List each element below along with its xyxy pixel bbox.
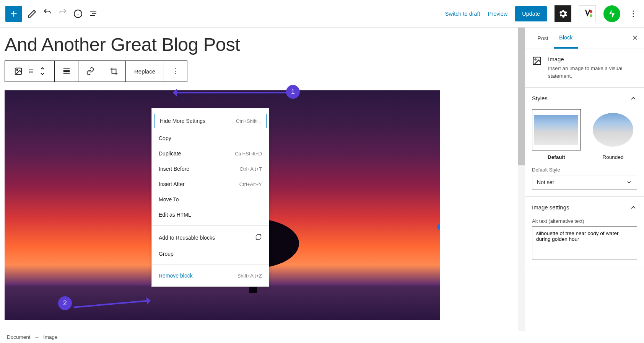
crop-icon bbox=[110, 67, 118, 75]
menu-group[interactable]: Group bbox=[152, 246, 269, 261]
main-area: And Another Great Blog Post Replace bbox=[0, 28, 644, 343]
breadcrumb-current[interactable]: Image bbox=[43, 334, 58, 340]
menu-label: Copy bbox=[159, 135, 171, 141]
style-default[interactable]: Default bbox=[532, 109, 581, 160]
svg-point-15 bbox=[29, 69, 31, 70]
menu-insert-after[interactable]: Insert After Ctrl+Alt+Y bbox=[152, 176, 269, 192]
crop-cell[interactable] bbox=[102, 61, 126, 82]
style-options: Default Rounded bbox=[532, 109, 637, 160]
top-toolbar: Switch to draft Preview Update bbox=[0, 0, 644, 28]
block-title: Image bbox=[548, 56, 637, 62]
menu-duplicate[interactable]: Duplicate Ctrl+Shift+D bbox=[152, 146, 269, 161]
jetpack-button[interactable] bbox=[603, 5, 620, 22]
more-options-icon[interactable] bbox=[628, 8, 639, 19]
style-label: Rounded bbox=[589, 154, 637, 160]
yoast-button[interactable] bbox=[579, 5, 596, 22]
styles-panel: Styles Default Rounded Default Style bbox=[525, 88, 644, 197]
link-cell[interactable] bbox=[78, 61, 102, 82]
menu-shortcut: Ctrl+Alt+T bbox=[239, 166, 262, 172]
default-style-label: Default Style bbox=[532, 167, 637, 173]
close-sidebar-icon[interactable]: ✕ bbox=[632, 34, 638, 42]
sidebar: Post Block ✕ Image Insert an image to ma… bbox=[525, 28, 644, 343]
settings-button[interactable] bbox=[555, 5, 571, 22]
post-title[interactable]: And Another Great Blog Post bbox=[5, 34, 520, 55]
image-settings-panel: Image settings Alt text (alternative tex… bbox=[525, 197, 644, 268]
scrollbar-thumb[interactable] bbox=[518, 28, 525, 165]
panel-title: Image settings bbox=[532, 204, 569, 211]
replace-button[interactable]: Replace bbox=[126, 61, 164, 82]
menu-label: Add to Reusable blocks bbox=[159, 235, 215, 241]
link-icon bbox=[86, 67, 94, 75]
svg-point-19 bbox=[29, 72, 31, 74]
styles-panel-header[interactable]: Styles bbox=[525, 88, 644, 109]
menu-move-to[interactable]: Move To bbox=[152, 192, 269, 207]
editor-scrollbar[interactable] bbox=[518, 28, 525, 343]
svg-point-24 bbox=[175, 68, 176, 69]
tab-block[interactable]: Block bbox=[554, 28, 578, 49]
info-icon[interactable] bbox=[73, 8, 83, 19]
add-block-button[interactable] bbox=[5, 6, 22, 22]
image-settings-header[interactable]: Image settings bbox=[525, 197, 644, 218]
tab-post[interactable]: Post bbox=[532, 28, 554, 49]
svg-point-9 bbox=[590, 14, 592, 17]
annotation-arrow-1 bbox=[174, 92, 293, 93]
sidebar-tabs: Post Block ✕ bbox=[525, 28, 644, 49]
menu-remove-block[interactable]: Remove block Shift+Alt+Z bbox=[152, 268, 269, 283]
chevron-up-icon bbox=[629, 95, 637, 102]
annotation-badge-1: 1 bbox=[286, 85, 300, 99]
toolbar-left bbox=[5, 6, 99, 22]
menu-label: Duplicate bbox=[159, 150, 181, 157]
block-type-cell[interactable] bbox=[5, 61, 55, 82]
list-view-icon[interactable] bbox=[88, 8, 99, 19]
svg-point-26 bbox=[175, 73, 176, 74]
svg-point-16 bbox=[31, 69, 33, 70]
breadcrumb: Document → Image bbox=[0, 331, 525, 343]
svg-point-30 bbox=[535, 59, 536, 60]
menu-insert-before[interactable]: Insert Before Ctrl+Alt+T bbox=[152, 161, 269, 176]
edit-icon[interactable] bbox=[27, 8, 37, 19]
update-button[interactable]: Update bbox=[515, 6, 547, 21]
svg-point-25 bbox=[175, 71, 176, 72]
panel-title: Styles bbox=[532, 95, 548, 101]
svg-point-8 bbox=[590, 10, 592, 13]
svg-point-12 bbox=[633, 16, 634, 17]
svg-point-11 bbox=[633, 13, 634, 14]
menu-shortcut: Ctrl+Alt+Y bbox=[239, 181, 262, 187]
editor-canvas: And Another Great Blog Post Replace bbox=[0, 28, 525, 343]
alt-text-label: Alt text (alternative text) bbox=[532, 218, 637, 224]
menu-copy[interactable]: Copy bbox=[152, 131, 269, 146]
menu-shortcut: Ctrl+Shift+, bbox=[236, 118, 261, 124]
block-header: Image Insert an image to make a visual s… bbox=[525, 49, 644, 88]
svg-point-18 bbox=[31, 71, 33, 72]
block-description: Insert an image to make a visual stateme… bbox=[548, 65, 637, 80]
align-cell[interactable] bbox=[55, 61, 78, 82]
menu-hide-more-settings[interactable]: Hide More Settings Ctrl+Shift+, bbox=[154, 114, 267, 128]
menu-shortcut: Shift+Alt+Z bbox=[237, 273, 262, 279]
menu-label: Edit as HTML bbox=[159, 212, 191, 218]
switch-to-draft-link[interactable]: Switch to draft bbox=[445, 11, 480, 17]
svg-point-17 bbox=[29, 71, 31, 72]
svg-point-20 bbox=[31, 72, 33, 74]
toolbar-right: Switch to draft Preview Update bbox=[445, 5, 639, 22]
resize-handle[interactable] bbox=[437, 224, 440, 230]
breadcrumb-document[interactable]: Document bbox=[7, 334, 31, 340]
alt-text-input[interactable] bbox=[532, 226, 637, 260]
preview-link[interactable]: Preview bbox=[488, 11, 508, 17]
undo-icon[interactable] bbox=[42, 8, 53, 19]
default-style-select[interactable]: Not set bbox=[532, 175, 637, 189]
refresh-icon bbox=[255, 234, 262, 242]
menu-edit-as-html[interactable]: Edit as HTML bbox=[152, 207, 269, 222]
chevron-down-icon bbox=[626, 179, 632, 185]
menu-add-reusable[interactable]: Add to Reusable blocks bbox=[152, 229, 269, 246]
drag-handle-icon[interactable] bbox=[28, 68, 34, 74]
menu-label: Insert After bbox=[159, 181, 185, 187]
menu-label: Hide More Settings bbox=[160, 118, 205, 124]
breadcrumb-arrow: → bbox=[34, 334, 40, 340]
block-options-button[interactable] bbox=[164, 61, 187, 82]
move-arrows-icon[interactable] bbox=[39, 67, 46, 76]
block-toolbar: Replace bbox=[5, 60, 187, 82]
redo-icon bbox=[57, 8, 68, 19]
style-rounded[interactable]: Rounded bbox=[589, 109, 637, 160]
menu-label: Move To bbox=[159, 196, 179, 203]
image-icon bbox=[532, 56, 542, 67]
